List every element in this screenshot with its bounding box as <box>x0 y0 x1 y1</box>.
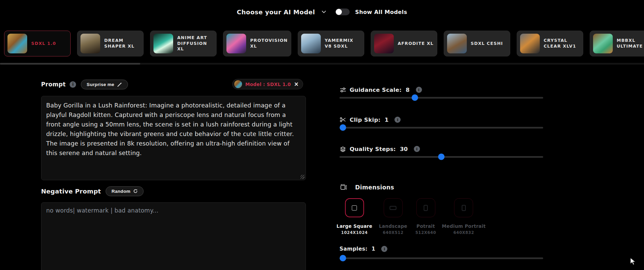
close-icon[interactable]: × <box>294 81 299 87</box>
dimension-option-portrait[interactable]: Potrait 512X640 <box>415 198 436 235</box>
samples-slider[interactable] <box>339 255 543 261</box>
guidance-scale-value: 8 <box>406 87 409 93</box>
dimension-size: 1024X1024 <box>336 230 372 235</box>
guidance-scale-label: Guidance Scale: <box>350 87 402 93</box>
quality-steps-setting: Quality Steps: 30 i <box>339 145 543 153</box>
model-name: DREAM SHAPER XL <box>104 38 140 49</box>
layers-icon <box>339 146 346 152</box>
dimension-option-medium-portrait[interactable]: Medium Portrait 640X832 <box>442 198 486 235</box>
portrait-icon <box>416 198 435 217</box>
dimension-name: Potrait <box>415 223 436 229</box>
negative-prompt-placeholder: no words| watermark | bad anatomy... <box>46 207 301 214</box>
large-square-icon <box>345 198 364 217</box>
model-card-mbbxl-ultimate[interactable]: MBBXL ULTIMATE <box>590 31 644 56</box>
clip-skip-row: Clip Skip: 1 i <box>339 116 543 123</box>
info-icon[interactable]: i <box>416 87 422 93</box>
guidance-scale-slider[interactable] <box>339 94 543 101</box>
refresh-icon <box>133 189 138 193</box>
mouse-cursor <box>630 257 637 266</box>
carousel-scrollbar-thumb[interactable] <box>0 63 140 65</box>
negative-prompt-header-row: Negative Prompt Random <box>41 186 306 196</box>
prompt-label: Prompt <box>41 81 66 88</box>
surprise-me-button[interactable]: Surprise me <box>81 80 128 89</box>
slider-track <box>339 257 543 259</box>
chevron-down-icon[interactable] <box>321 9 327 15</box>
model-thumbnail <box>447 34 467 53</box>
landscape-icon <box>384 198 403 217</box>
generation-settings-panel: Guidance Scale: 8 i Clip Sk <box>339 86 543 270</box>
samples-row: Samples: 1 i <box>339 245 543 253</box>
model-name: YAMERMIX V8 SDXL <box>325 38 361 49</box>
quality-steps-value: 30 <box>400 146 408 152</box>
resize-grip-icon[interactable] <box>300 175 305 179</box>
selected-model-badge[interactable]: Model : SDXL 1.0 × <box>232 79 303 89</box>
model-thumbnail <box>374 34 394 53</box>
guidance-scale-row: Guidance Scale: 8 i <box>339 86 543 94</box>
model-card-yamermix-v8-sdxl[interactable]: YAMERMIX V8 SDXL <box>298 31 364 56</box>
negative-prompt-label: Negative Prompt <box>41 188 101 195</box>
model-card-sdxl-1-0[interactable]: SDXL 1.0 <box>4 31 71 56</box>
toggle-knob <box>336 9 342 15</box>
slider-thumb[interactable] <box>340 255 346 261</box>
guidance-scale-setting: Guidance Scale: 8 i <box>339 86 543 94</box>
prompt-text: Baby Gorilla in a Lush Rainforest: Imagi… <box>46 101 301 158</box>
slider-thumb[interactable] <box>412 95 418 101</box>
random-label: Random <box>111 189 130 194</box>
ai-image-generator-page: Choose your AI Model Show All Models SDX… <box>0 0 644 270</box>
model-name: PROTOVISION XL <box>250 38 288 49</box>
model-card-anime-art-diffusion-xl[interactable]: ANIME ART DIFFUSION XL <box>150 31 217 56</box>
model-card-dream-shaper-xl[interactable]: DREAM SHAPER XL <box>77 31 144 56</box>
magic-wand-icon <box>117 82 122 87</box>
clip-skip-value: 1 <box>385 117 388 123</box>
model-card-afrodite-xl[interactable]: AFRODITE XL <box>371 31 437 56</box>
samples-setting: Samples: 1 i <box>339 245 543 253</box>
random-button[interactable]: Random <box>106 186 144 196</box>
clip-skip-label: Clip Skip: <box>350 117 381 123</box>
show-all-models-label: Show All Models <box>355 9 407 15</box>
model-thumbnail <box>520 34 540 53</box>
model-card-sdxl-ceshi[interactable]: SDXL CESHI <box>444 31 510 56</box>
samples-value: 1 <box>372 246 375 252</box>
carousel-scrollbar[interactable] <box>0 63 644 65</box>
model-thumbnail <box>153 34 173 53</box>
slider-track <box>339 97 543 99</box>
info-icon[interactable]: i <box>414 146 420 152</box>
dimensions-header: Dimensions <box>340 184 394 191</box>
page-title: Choose your AI Model <box>237 9 315 16</box>
quality-steps-label: Quality Steps: <box>350 146 396 152</box>
slider-thumb[interactable] <box>340 124 346 131</box>
quality-steps-slider[interactable] <box>339 153 543 160</box>
model-thumbnail <box>7 34 27 53</box>
dimension-option-landscape[interactable]: Landscape 640X512 <box>379 198 407 235</box>
slider-thumb[interactable] <box>438 154 445 160</box>
info-icon[interactable]: i <box>70 81 76 88</box>
medium-portrait-icon <box>454 198 473 217</box>
model-thumbnail <box>80 34 100 53</box>
dimension-size: 512X640 <box>415 230 436 235</box>
dimension-option-large-square[interactable]: Large Square 1024X1024 <box>336 198 372 235</box>
model-name: SDXL 1.0 <box>31 41 56 47</box>
dimension-name: Large Square <box>336 223 372 229</box>
model-name: ANIME ART DIFFUSION XL <box>177 35 213 52</box>
show-all-models-toggle[interactable] <box>335 9 350 15</box>
dimension-name: Landscape <box>379 223 407 229</box>
clip-skip-slider[interactable] <box>339 124 543 131</box>
model-avatar <box>234 80 242 88</box>
model-name: AFRODITE XL <box>398 41 434 47</box>
prompt-header-row: Prompt i Surprise me Model : SDXL 1.0 × <box>41 79 306 90</box>
info-icon[interactable]: i <box>381 246 387 252</box>
info-icon[interactable]: i <box>394 117 401 123</box>
model-card-crystal-clear-xlv1[interactable]: CRYSTAL CLEAR XLV1 <box>517 31 583 56</box>
slider-track <box>339 127 543 129</box>
model-name: MBBXL ULTIMATE <box>617 38 644 49</box>
adjustments-icon <box>339 87 346 93</box>
resize-box-icon <box>340 184 347 191</box>
model-thumbnail <box>593 34 613 53</box>
model-thumbnail <box>301 34 321 53</box>
negative-prompt-textarea[interactable]: no words| watermark | bad anatomy... <box>41 202 306 270</box>
quality-steps-row: Quality Steps: 30 i <box>339 145 543 153</box>
model-card-protovision-xl[interactable]: PROTOVISION XL <box>223 31 291 56</box>
dimension-name: Medium Portrait <box>442 223 486 229</box>
prompt-textarea[interactable]: Baby Gorilla in a Lush Rainforest: Imagi… <box>41 96 306 180</box>
surprise-me-label: Surprise me <box>87 82 114 87</box>
